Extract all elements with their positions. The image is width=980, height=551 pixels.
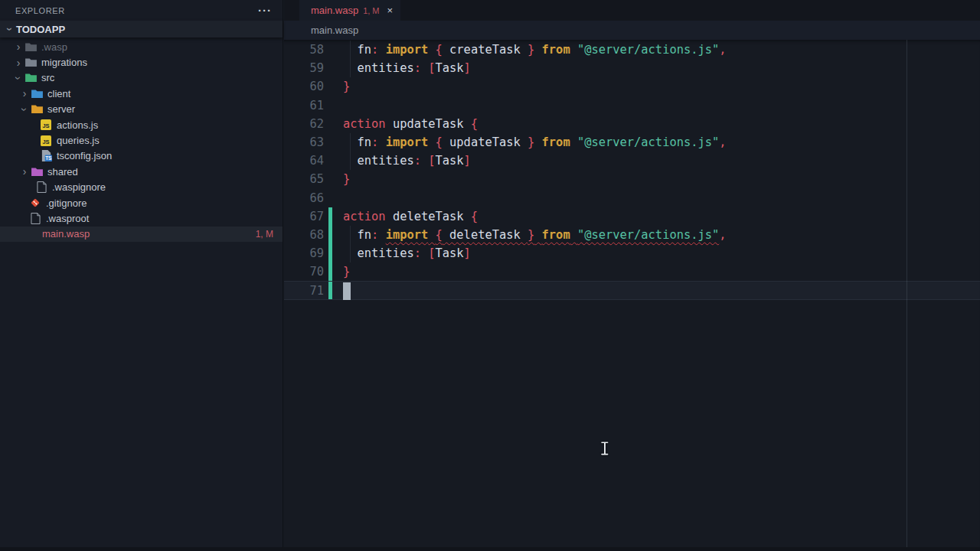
code-line-70[interactable]: 70}	[284, 262, 980, 281]
project-root-row[interactable]: › TODOAPP	[0, 21, 283, 37]
code-line-60[interactable]: 60}	[284, 77, 980, 96]
code-editor[interactable]: 58 fn: import { createTask } from "@serv…	[284, 40, 980, 551]
tree-item-label: .wasp	[41, 41, 67, 53]
git-added-gutter-bar	[328, 226, 332, 244]
code-line-58[interactable]: 58 fn: import { createTask } from "@serv…	[284, 41, 980, 59]
chevron-down-icon: ›	[4, 23, 16, 35]
tree-item-label: actions.js	[57, 119, 98, 131]
code-text: entities: [Task]	[343, 152, 471, 170]
code-line-68[interactable]: 68 fn: import { deleteTask } from "@serv…	[284, 226, 980, 244]
tree-item--wasp[interactable]: ›.wasp	[0, 39, 283, 54]
chevron-right-icon: ›	[12, 57, 24, 69]
line-number: 69	[303, 244, 324, 262]
tsconfig-icon: TS	[41, 150, 52, 161]
tree-item--gitignore[interactable]: .gitignore	[0, 195, 283, 210]
tree-item-server[interactable]: ›server	[0, 102, 283, 117]
git-added-gutter-bar	[328, 282, 332, 298]
code-line-71[interactable]: 71	[284, 281, 980, 299]
code-text: }	[343, 262, 350, 281]
code-text: }	[343, 170, 350, 188]
svg-text:TS: TS	[45, 156, 52, 161]
code-text: entities: [Task]	[343, 59, 471, 77]
code-line-69[interactable]: 69 entities: [Task]	[284, 244, 980, 262]
problems-badge: 1, M	[256, 229, 283, 240]
chevron-right-icon: ›	[18, 165, 31, 178]
line-number: 67	[303, 207, 324, 226]
more-actions-icon[interactable]: ···	[258, 7, 272, 15]
vscode-window: EXPLORER ··· › TODOAPP ›.wasp›migrations…	[0, 0, 980, 551]
git-added-gutter-bar	[328, 262, 332, 281]
tree-item-src[interactable]: ›src	[0, 70, 283, 86]
tree-item-label: .wasproot	[46, 213, 89, 224]
git-icon	[30, 197, 41, 208]
tree-item-shared[interactable]: ›shared	[0, 164, 283, 179]
code-line-65[interactable]: 65}	[284, 170, 980, 188]
folder-icon	[25, 42, 37, 52]
code-line-61[interactable]: 61	[284, 96, 980, 115]
breadcrumb-bar: main.wasp	[284, 21, 980, 40]
close-icon[interactable]: ×	[387, 5, 394, 16]
editor-group: main.wasp 1, M × main.wasp 58 fn: import…	[284, 0, 980, 551]
explorer-header: EXPLORER ···	[0, 0, 283, 21]
folder-icon	[25, 73, 37, 83]
tab-filename: main.wasp	[311, 5, 358, 16]
file-tree: ›.wasp›migrations›src›client›serverJSact…	[0, 37, 283, 242]
git-added-gutter-bar	[328, 207, 332, 226]
text-cursor	[343, 282, 351, 300]
window-bottom-edge	[0, 547, 980, 551]
explorer-sidebar: EXPLORER ··· › TODOAPP ›.wasp›migrations…	[0, 0, 283, 551]
tree-item-label: server	[47, 103, 75, 115]
code-text: action updateTask {	[343, 115, 478, 133]
breadcrumb[interactable]: main.wasp	[311, 24, 358, 36]
code-text: }	[343, 77, 350, 96]
git-added-gutter-bar	[328, 244, 332, 262]
line-number: 65	[303, 170, 324, 188]
line-number: 58	[303, 41, 324, 59]
tree-item-label: tsconfig.json	[57, 150, 112, 161]
tree-item-tsconfig-json[interactable]: TStsconfig.json	[0, 148, 283, 164]
folder-icon	[31, 89, 43, 99]
tree-item-label: .waspignore	[52, 181, 106, 193]
tree-item-actions-js[interactable]: JSactions.js	[0, 117, 283, 132]
tree-item-label: main.wasp	[42, 228, 90, 240]
code-line-62[interactable]: 62action updateTask {	[284, 115, 980, 133]
tree-item-queries-js[interactable]: JSqueries.js	[0, 132, 283, 148]
code-line-67[interactable]: 67action deleteTask {	[284, 207, 980, 226]
tree-item-label: client	[47, 88, 70, 99]
tree-item-client[interactable]: ›client	[0, 86, 283, 101]
file-icon	[31, 213, 41, 224]
tree-item-label: queries.js	[57, 135, 100, 146]
tree-item-main-wasp[interactable]: main.wasp1, M	[0, 227, 283, 242]
tree-item-label: shared	[47, 166, 78, 178]
code-line-66[interactable]: 66	[284, 189, 980, 207]
tree-item--wasproot[interactable]: .wasproot	[0, 210, 283, 226]
code-text: entities: [Task]	[343, 244, 471, 262]
code-line-59[interactable]: 59 entities: [Task]	[284, 59, 980, 77]
code-line-63[interactable]: 63 fn: import { updateTask } from "@serv…	[284, 133, 980, 152]
tree-item-migrations[interactable]: ›migrations	[0, 54, 283, 70]
line-number: 71	[303, 282, 324, 300]
code-line-64[interactable]: 64 entities: [Task]	[284, 152, 980, 170]
line-number: 63	[303, 133, 324, 152]
project-root-label: TODOAPP	[16, 24, 65, 35]
code-text: fn: import { createTask } from "@server/…	[343, 41, 727, 59]
svg-text:JS: JS	[42, 138, 49, 145]
chevron-down-icon: ›	[18, 103, 31, 116]
folder-icon	[31, 167, 43, 177]
tab-main-wasp[interactable]: main.wasp 1, M ×	[299, 0, 400, 21]
line-number: 62	[303, 115, 324, 133]
code-text: fn: import { deleteTask } from "@server/…	[343, 226, 727, 244]
chevron-right-icon: ›	[18, 87, 31, 99]
explorer-title: EXPLORER	[15, 6, 65, 15]
tree-item-label: src	[41, 72, 54, 83]
tree-item-label: migrations	[41, 57, 87, 68]
line-number: 59	[303, 59, 324, 77]
tree-item--waspignore[interactable]: .waspignore	[0, 180, 283, 195]
line-number: 68	[303, 226, 324, 244]
code-text: action deleteTask {	[343, 207, 478, 226]
line-number: 70	[303, 262, 324, 281]
tab-problems-badge: 1, M	[363, 6, 379, 15]
line-number: 64	[303, 152, 324, 170]
folder-icon	[25, 57, 37, 67]
folder-icon	[31, 104, 43, 114]
